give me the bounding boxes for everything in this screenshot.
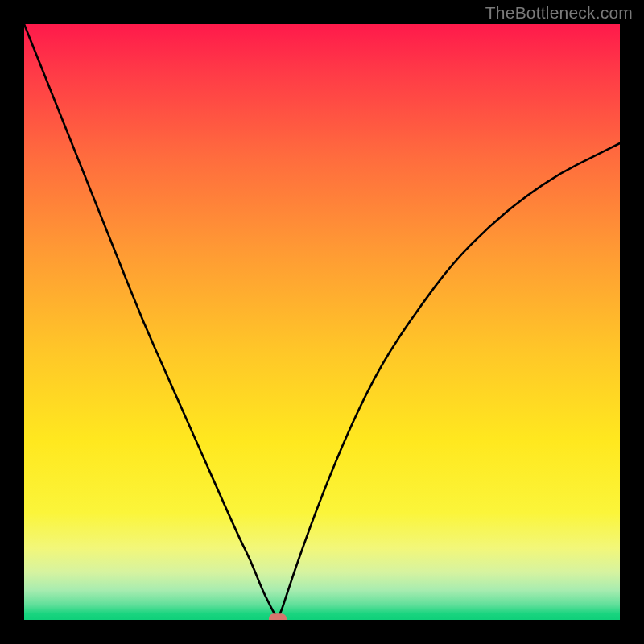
optimum-marker: [269, 613, 287, 620]
plot-area: [24, 24, 620, 620]
chart-frame: TheBottleneck.com: [0, 0, 644, 644]
bottleneck-curve: [24, 24, 620, 620]
watermark-text: TheBottleneck.com: [485, 3, 633, 23]
